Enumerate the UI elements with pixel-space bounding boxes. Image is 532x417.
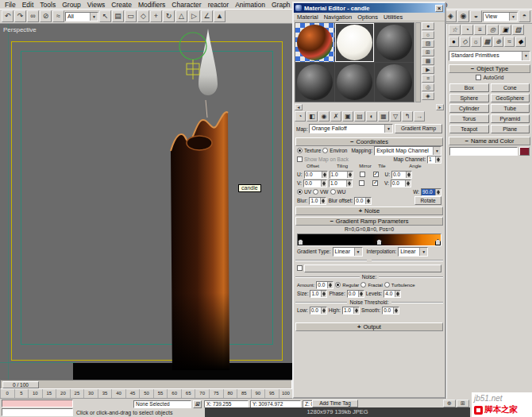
sample-slot-1[interactable] (295, 23, 334, 62)
menu-item[interactable]: Views (84, 0, 109, 10)
object-color-swatch[interactable] (519, 147, 530, 156)
texture-radio[interactable] (297, 148, 303, 153)
v-offset-spinner[interactable]: 0.0 (303, 180, 327, 187)
spinner-arrows-icon[interactable] (358, 291, 364, 297)
v-tile-checkbox[interactable] (372, 180, 378, 186)
chevron-down-icon[interactable]: ▼ (384, 125, 392, 133)
map-channel-spinner[interactable]: 1 (427, 156, 441, 164)
lock-selection-button[interactable]: ⊠ (193, 400, 202, 408)
gradient-flag-3[interactable] (435, 239, 441, 245)
map-type-button[interactable]: Gradient Ramp (395, 124, 442, 133)
window-crossing-icon[interactable]: ◇ (137, 10, 149, 22)
select-and-move-icon[interactable]: + (150, 10, 162, 22)
material-editor-window[interactable]: Material Editor - candle × MaterialNavig… (292, 2, 446, 399)
sample-uv-tiling-icon[interactable]: ⊞ (422, 48, 434, 56)
add-time-tag-button[interactable]: Add Time Tag (312, 400, 358, 407)
go-forward-icon[interactable]: → (414, 111, 425, 122)
assign-material-icon[interactable]: ◉ (318, 111, 330, 122)
rollout-gradient-ramp-parameters[interactable]: − Gradient Ramp Parameters (295, 217, 443, 226)
schematic-view-icon[interactable]: ◈ (445, 10, 457, 22)
select-and-link-icon[interactable]: ∞ (27, 10, 39, 22)
snap-toggle-icon[interactable]: ∠ (201, 10, 213, 22)
spinner-arrows-icon[interactable] (321, 180, 326, 187)
sample-type-icon[interactable]: ● (422, 22, 434, 30)
bind-to-spacewarp-icon[interactable]: ≈ (52, 10, 64, 22)
spinner-arrows-icon[interactable] (435, 156, 441, 163)
put-material-icon[interactable]: ◧ (306, 111, 318, 122)
scroll-left-icon[interactable]: ◄ (295, 104, 303, 110)
u-angle-spinner[interactable]: 0.0 (391, 171, 412, 179)
spinner-arrows-icon[interactable] (405, 180, 411, 187)
tab-hierarchy[interactable]: ≡ (474, 25, 486, 35)
gradient-ramp-bar[interactable] (297, 234, 441, 246)
noise-fractal-radio[interactable] (360, 282, 366, 288)
sample-slot-3[interactable] (375, 23, 414, 62)
category-lights[interactable]: ☼ (471, 37, 481, 47)
rollout-object-type[interactable]: − Object Type (449, 64, 530, 73)
rollout-name-and-color[interactable]: − Name and Color (449, 137, 530, 145)
select-and-rotate-icon[interactable]: ↻ (163, 10, 175, 22)
zoom-all-icon[interactable]: ⊞ (457, 400, 469, 407)
sample-slot-4[interactable] (295, 63, 334, 102)
autogrid-checkbox[interactable] (476, 75, 481, 80)
object-type-button[interactable]: GeoSphere (491, 94, 530, 102)
category-spacewarps[interactable]: ≈ (504, 37, 515, 47)
zoom-icon[interactable]: ⊕ (443, 400, 456, 407)
noise-regular-radio[interactable] (335, 282, 341, 288)
menu-item[interactable]: Tools (37, 0, 59, 10)
spinner-arrows-icon[interactable] (322, 172, 327, 178)
noise-levels-spinner[interactable]: 4.0 (384, 290, 401, 298)
selection-filter-dropdown[interactable]: All▼ (65, 12, 98, 21)
sample-slot-6[interactable] (375, 63, 414, 102)
object-type-button[interactable]: Cone (491, 83, 530, 92)
go-to-parent-icon[interactable]: ↰ (402, 111, 413, 122)
u-mirror-checkbox[interactable] (360, 172, 365, 177)
tab-display[interactable]: ▣ (499, 25, 511, 35)
candle-model[interactable] (155, 24, 258, 370)
make-preview-icon[interactable]: ▶ (422, 66, 434, 74)
noise-size-spinner[interactable]: 1.0 (310, 290, 327, 298)
mapping-dropdown[interactable]: Explicit Map Channel▼ (374, 146, 441, 156)
material-editor-icon[interactable]: ◉ (457, 10, 469, 22)
spinner-arrows-icon[interactable] (327, 282, 333, 288)
viewport-label[interactable]: Perspective (3, 26, 37, 33)
menu-item[interactable]: Create (108, 0, 135, 10)
track-bar[interactable]: 0510152025303540455055606570758085909510… (0, 389, 292, 399)
chevron-down-icon[interactable]: ▼ (522, 52, 530, 60)
vw-radio[interactable] (313, 189, 318, 195)
spinner-arrows-icon[interactable] (406, 172, 411, 178)
menu-item[interactable]: reactor (205, 0, 232, 10)
category-helpers[interactable]: ⊕ (493, 37, 503, 47)
tab-modify[interactable]: ◔ (461, 25, 473, 35)
menu-item[interactable]: Character (168, 0, 204, 10)
rotate-button[interactable]: Rotate (414, 196, 441, 205)
material-editor-menu-item[interactable]: Options (357, 14, 378, 21)
w-angle-spinner[interactable]: 90.0 (421, 188, 441, 196)
backlight-icon[interactable]: ☼ (422, 31, 434, 39)
object-type-button[interactable]: Torus (449, 114, 489, 123)
maxscript-mini-listener-macro[interactable] (2, 400, 73, 407)
menu-item[interactable]: Animation (232, 0, 268, 10)
chevron-down-icon[interactable]: ▼ (509, 13, 517, 21)
menu-item[interactable]: Edit (19, 0, 37, 10)
show-end-result-icon[interactable]: ▽ (390, 111, 401, 122)
close-icon[interactable]: × (435, 5, 443, 12)
blur-spinner[interactable]: 1.0 (309, 197, 326, 205)
unlink-selection-icon[interactable]: ⊘ (40, 10, 52, 22)
category-shapes[interactable]: ◇ (460, 37, 470, 47)
map-name-dropdown[interactable]: Orange Falloff▼ (309, 124, 393, 133)
threshold-low-spinner[interactable]: 0.0 (310, 307, 327, 315)
time-slider-track[interactable]: 0 / 100 (0, 380, 292, 389)
reset-map-icon[interactable]: ✗ (330, 111, 341, 122)
spinner-arrows-icon[interactable] (393, 307, 399, 314)
select-by-name-icon[interactable]: ▤ (112, 10, 124, 22)
perspective-viewport[interactable]: Perspective (0, 24, 292, 380)
maxscript-mini-listener[interactable] (2, 408, 73, 416)
noise-phase-spinner[interactable]: 0.0 (347, 290, 364, 298)
category-geometry[interactable]: ● (449, 37, 459, 47)
v-angle-spinner[interactable]: 0.0 (391, 180, 411, 187)
redo-icon[interactable]: ↷ (14, 10, 26, 22)
tab-motion[interactable]: ◎ (487, 25, 499, 35)
video-color-check-icon[interactable]: ▩ (422, 57, 434, 65)
menu-item[interactable]: File (2, 0, 19, 10)
